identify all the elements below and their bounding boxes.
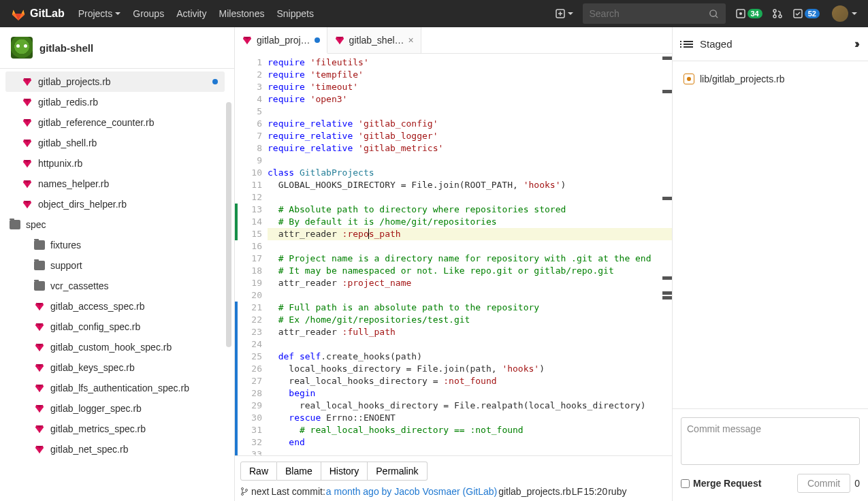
folder-item[interactable]: spec [5,214,234,235]
file-tree[interactable]: gitlab_projects.rbgitlab_redis.rbgitlab_… [0,69,234,501]
commit-button[interactable]: Commit [797,474,850,493]
file-item[interactable]: gitlab_custom_hook_spec.rb [5,337,225,357]
file-item[interactable]: gitlab_logger_spec.rb [5,398,225,419]
nav-projects[interactable]: Projects [78,8,121,19]
last-commit-link[interactable]: a month ago by Jacob Vosmaer (GitLab) [326,486,497,497]
file-item[interactable]: gitlab_reference_counter.rb [5,112,225,133]
ruby-icon [334,35,345,46]
file-name: gitlab_shell.rb [38,138,97,148]
file-sidebar: gitlab-shell gitlab_projects.rbgitlab_re… [0,27,235,501]
file-item[interactable]: object_dirs_helper.rb [5,194,225,214]
ruby-icon [34,403,45,414]
nav-snippets[interactable]: Snippets [276,8,313,19]
plus-icon [555,8,566,19]
file-name: gitlab_custom_hook_spec.rb [50,342,172,353]
nav-activity[interactable]: Activity [176,8,206,19]
ruby-icon [34,321,45,332]
view-permalink-button[interactable]: Permalink [368,462,427,481]
folder-item[interactable]: support [5,255,225,276]
editor-tab[interactable]: gitlab_proj… [235,27,327,54]
file-item[interactable]: names_helper.rb [5,174,225,194]
user-avatar [832,5,848,22]
folder-icon [10,220,20,229]
view-raw-button[interactable]: Raw [240,462,277,481]
staged-item[interactable]: lib/gitlab_projects.rb [681,71,860,87]
code-editor[interactable]: 1234567891011121314151617181920212223242… [235,54,672,455]
merge-request-toggle[interactable]: Merge Request [681,478,761,489]
ruby-icon [34,342,45,353]
modified-dot-icon [212,79,218,84]
primary-nav: Projects Groups Activity Milestones Snip… [78,8,314,19]
search-box[interactable] [583,3,726,24]
todos-badge: 52 [805,9,820,18]
file-item[interactable]: gitlab_lfs_authentication_spec.rb [5,378,225,398]
commit-count: 0 [854,478,860,489]
user-menu[interactable] [829,5,857,22]
file-item[interactable]: gitlab_projects.rb [5,71,225,92]
close-icon[interactable]: × [408,35,414,46]
editor-area: gitlab_proj…gitlab_shel…× 12345678910111… [235,27,673,501]
file-item[interactable]: gitlab_access_spec.rb [5,296,225,317]
project-name: gitlab-shell [39,42,93,54]
view-blame-button[interactable]: Blame [277,462,321,481]
status-bar: next Last commit: a month ago by Jacob V… [235,486,672,501]
file-item[interactable]: httpunix.rb [5,153,225,174]
last-commit-label: Last commit: [271,486,325,497]
search-icon [709,9,719,19]
issues-link[interactable]: 34 [735,8,762,19]
staged-panel: Staged ›› lib/gitlab_projects.rb Merge R… [673,27,868,501]
folder-icon [34,261,45,270]
folder-icon [34,240,45,250]
todos-icon [792,8,803,19]
file-name: gitlab_lfs_authentication_spec.rb [50,383,189,393]
staged-list: lib/gitlab_projects.rb [673,61,868,408]
todos-link[interactable]: 52 [792,8,820,19]
view-history-button[interactable]: History [321,462,368,481]
search-input[interactable] [590,8,709,19]
folder-item[interactable]: fixtures [5,235,225,255]
file-name: gitlab_config_spec.rb [50,321,140,332]
branch-indicator[interactable]: next [240,486,269,497]
tab-label: gitlab_proj… [257,35,310,46]
merge-requests-link[interactable] [772,8,783,19]
project-avatar [11,37,33,59]
staged-file-name: lib/gitlab_projects.rb [700,74,785,84]
svg-point-1 [709,10,716,16]
code-content[interactable]: require 'fileutils'require 'tempfile'req… [268,54,672,455]
ruby-icon [34,362,45,373]
folder-item[interactable]: vcr_cassettes [5,276,225,296]
gitlab-logo[interactable]: GitLab [11,6,65,21]
file-item[interactable]: gitlab_net_spec.rb [5,439,225,459]
nav-milestones[interactable]: Milestones [219,8,265,19]
staged-title: Staged [700,38,733,50]
ruby-icon [22,76,33,87]
ruby-icon [34,444,45,455]
file-name: gitlab_access_spec.rb [50,301,145,312]
editor-tab[interactable]: gitlab_shel…× [327,27,421,53]
file-name: object_dirs_helper.rb [38,199,127,210]
minimap[interactable] [662,56,672,301]
new-dropdown[interactable] [555,8,573,19]
folder-name: vcr_cassettes [50,280,109,291]
commit-message-input[interactable] [681,417,860,465]
collapse-icon[interactable]: ›› [854,37,857,51]
mr-checkbox[interactable] [681,479,690,488]
branch-icon [240,487,248,496]
file-name: gitlab_keys_spec.rb [50,362,135,373]
file-item[interactable]: gitlab_keys_spec.rb [5,357,225,378]
file-name: gitlab_metrics_spec.rb [50,423,146,434]
ruby-icon [22,138,33,148]
folder-name: support [50,260,82,271]
status-cursor: 15:20 [583,486,607,497]
file-item[interactable]: gitlab_config_spec.rb [5,317,225,337]
file-name: httpunix.rb [38,158,82,169]
ruby-icon [22,117,33,128]
nav-groups[interactable]: Groups [133,8,164,19]
svg-point-8 [242,488,244,490]
editor-tabs: gitlab_proj…gitlab_shel…× [235,27,672,54]
sidebar-scrollbar[interactable] [226,102,231,347]
file-item[interactable]: gitlab_shell.rb [5,133,225,153]
status-file: gitlab_projects.rb [498,486,571,497]
file-item[interactable]: gitlab_metrics_spec.rb [5,419,225,439]
file-item[interactable]: gitlab_redis.rb [5,92,225,112]
